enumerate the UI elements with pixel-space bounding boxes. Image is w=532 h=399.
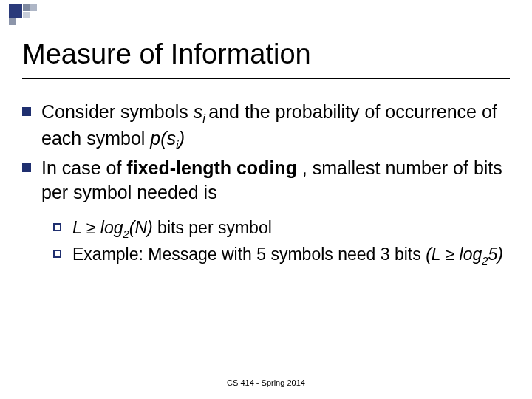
square-bullet-icon (22, 163, 31, 172)
bullet-item-1: Consider symbols si and the probability … (22, 100, 510, 153)
sub-bullet-list: L ≥ log2(N) bits per symbol Example: Mes… (53, 217, 510, 267)
text: bits per symbol (153, 218, 272, 237)
slide-footer: CS 414 - Spring 2014 (0, 378, 532, 387)
symbol-psi: p(si) (150, 128, 185, 149)
text: Message with 5 symbols need 3 bits (143, 245, 426, 264)
bold-term: fixed-length coding (126, 157, 302, 178)
text: In case of (41, 157, 126, 178)
hollow-square-icon (53, 223, 61, 231)
sub-bullet-2: Example: Message with 5 symbols need 3 b… (53, 244, 510, 267)
formula: (L ≥ log25) (426, 245, 503, 264)
slide-title: Measure of Information (22, 38, 510, 79)
slide-content: Measure of Information Consider symbols … (0, 0, 532, 399)
example-label: Example: (72, 245, 143, 264)
bullet-item-2: In case of fixed-length coding , smalles… (22, 156, 510, 204)
slide-body: Consider symbols si and the probability … (22, 100, 510, 267)
symbol-si: si (194, 101, 209, 122)
hollow-square-icon (53, 250, 61, 258)
text: Consider symbols (41, 101, 194, 122)
formula: L ≥ log2(N) (72, 218, 153, 237)
square-bullet-icon (22, 107, 31, 116)
sub-bullet-1: L ≥ log2(N) bits per symbol (53, 217, 510, 241)
